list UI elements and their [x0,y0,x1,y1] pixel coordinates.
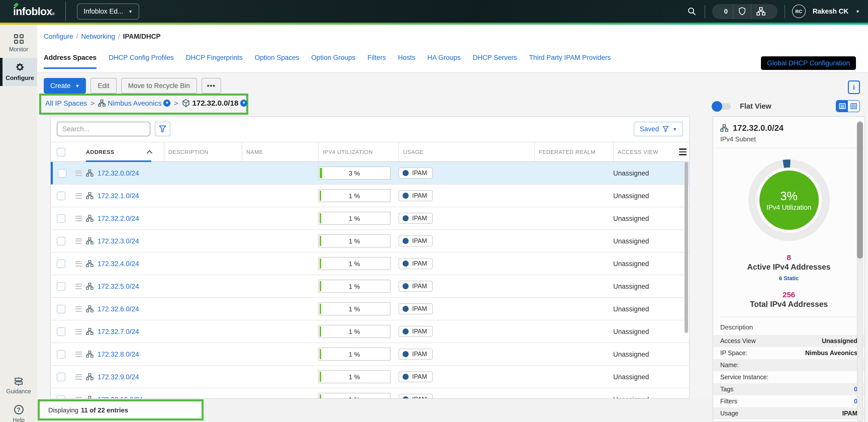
usage-badge: IPAM [399,371,433,382]
more-actions-button[interactable]: ••• [202,78,221,93]
tab-option-spaces[interactable]: Option Spaces [254,54,299,69]
access-view-cell: Unassigned [613,328,649,335]
tab-third-party-ipam-providers[interactable]: Third Party IPAM Providers [529,54,611,69]
table-row[interactable]: 172.32.2.0/241 %IPAMUnassigned [51,207,689,230]
product-switcher-dropdown[interactable]: Infoblox Ed...▼ [77,3,139,19]
table-row[interactable]: 172.32.4.0/241 %IPAMUnassigned [51,253,689,275]
move-to-recycle-bin-button[interactable]: Move to Recycle Bin [121,78,197,93]
table-row[interactable]: 172.32.0.0/243 %IPAMUnassigned [51,162,689,185]
address-link[interactable]: 172.32.1.0/24 [97,192,139,199]
address-link[interactable]: 172.32.5.0/24 [97,282,139,290]
table-row[interactable]: 172.32.9.0/241 %IPAMUnassigned [51,366,689,388]
flat-view-toggle[interactable] [713,103,731,109]
global-search-icon[interactable] [686,6,698,17]
row-checkbox[interactable] [58,169,66,177]
row-checkbox[interactable] [57,259,65,268]
address-link[interactable]: 172.32.4.0/24 [97,260,139,267]
column-header-federated-realm[interactable]: FEDERATED REALM [534,142,613,162]
tab-hosts[interactable]: Hosts [398,54,415,69]
drag-handle-icon[interactable] [75,306,82,312]
address-link[interactable]: 172.32.10.0/24 [97,396,143,399]
table-row[interactable]: 172.32.10.0/241 %IPAMUnassigned [51,388,689,399]
row-checkbox[interactable] [57,214,65,223]
drag-handle-icon[interactable] [75,238,82,244]
subnet-dropdown-icon[interactable]: ▼ [241,99,248,106]
column-settings-icon[interactable] [679,149,686,156]
grid-view-button[interactable] [848,101,860,112]
breadcrumb-networking[interactable]: Networking [81,33,115,40]
column-header-description[interactable]: DESCRIPTION [164,142,242,162]
tab-ha-groups[interactable]: HA Groups [428,54,461,69]
sidebar-item-guidance[interactable]: Guidance [0,373,37,397]
row-checkbox[interactable] [57,372,65,381]
create-button[interactable]: Create▼ [44,78,86,93]
edit-button[interactable]: Edit [91,78,117,93]
address-link[interactable]: 172.32.3.0/24 [97,237,139,245]
user-name[interactable]: Rakesh CK [813,7,849,15]
sidebar-item-help[interactable]: ? Help [0,402,37,422]
list-view-button[interactable] [836,101,848,112]
tab-address-spaces[interactable]: Address Spaces [44,54,96,69]
column-header-name[interactable]: NAME [242,142,318,162]
drag-handle-icon[interactable] [75,397,82,399]
ip-space-dropdown-icon[interactable]: ▼ [164,99,170,106]
notification-count[interactable]: 0 [719,4,733,19]
row-checkbox[interactable] [57,350,65,358]
table-row[interactable]: 172.32.8.0/241 %IPAMUnassigned [51,343,689,366]
select-all-checkbox[interactable] [57,148,65,156]
drag-handle-icon[interactable] [75,170,82,176]
drag-handle-icon[interactable] [75,329,82,334]
sidebar-item-monitor[interactable]: Monitor [0,31,37,55]
row-checkbox[interactable] [57,237,65,245]
info-icon[interactable]: i [848,81,860,94]
global-dhcp-configuration-button[interactable]: Global DHCP Configuration [761,56,856,70]
address-link[interactable]: 172.32.9.0/24 [97,373,139,381]
row-checkbox[interactable] [57,395,65,399]
column-header-address[interactable]: ADDRESS [86,142,164,162]
row-checkbox[interactable] [57,327,65,336]
drag-handle-icon[interactable] [75,216,82,221]
tab-dhcp-servers[interactable]: DHCP Servers [473,54,517,69]
all-ip-spaces-link[interactable]: All IP Spaces [45,99,87,107]
address-link[interactable]: 172.32.8.0/24 [97,350,139,358]
panel-scrollbar-thumb[interactable] [857,122,863,258]
user-menu-chevron-icon[interactable]: ▼ [856,9,860,14]
sitemap-icon[interactable] [751,4,771,19]
tab-dhcp-config-profiles[interactable]: DHCP Config Profiles [108,54,174,69]
saved-filters-button[interactable]: Saved ▼ [634,122,683,136]
address-link[interactable]: 172.32.7.0/24 [97,328,139,335]
column-header-ipv4-utilization[interactable]: IPV4 UTILIZATION [318,142,399,162]
shield-icon[interactable] [733,4,751,19]
sidebar-item-configure[interactable]: Configure [0,58,37,86]
drag-handle-icon[interactable] [75,374,82,379]
table-row[interactable]: 172.32.3.0/241 %IPAMUnassigned [51,230,689,253]
address-link[interactable]: 172.32.2.0/24 [97,215,139,222]
column-header-access-view[interactable]: ACCESS VIEW [613,142,676,162]
drag-handle-icon[interactable] [75,283,82,289]
breadcrumb-configure[interactable]: Configure [44,33,73,40]
row-checkbox[interactable] [57,282,65,290]
tab-dhcp-fingerprints[interactable]: DHCP Fingerprints [186,54,243,69]
access-view-cell: Unassigned [613,260,649,267]
table-row[interactable]: 172.32.1.0/241 %IPAMUnassigned [51,185,689,207]
static-addresses-link[interactable]: 6 Static [713,275,865,281]
address-link[interactable]: 172.32.0.0/24 [97,169,139,177]
table-row[interactable]: 172.32.7.0/241 %IPAMUnassigned [51,320,689,343]
ip-space-link[interactable]: Nimbus Aveonics [107,99,161,107]
ipam-dot-icon [403,215,409,221]
row-checkbox[interactable] [57,305,65,313]
tab-filters[interactable]: Filters [367,54,386,69]
column-header-usage[interactable]: USAGE [399,142,534,162]
table-scrollbar[interactable] [685,162,688,333]
drag-handle-icon[interactable] [75,193,82,198]
avatar[interactable]: RC [792,4,806,18]
table-row[interactable]: 172.32.6.0/241 %IPAMUnassigned [51,298,689,320]
search-input[interactable] [57,122,150,136]
tab-option-groups[interactable]: Option Groups [311,54,355,69]
address-link[interactable]: 172.32.6.0/24 [97,305,139,313]
filter-funnel-button[interactable] [155,122,170,136]
row-checkbox[interactable] [57,191,65,200]
drag-handle-icon[interactable] [75,351,82,357]
drag-handle-icon[interactable] [75,261,82,266]
table-row[interactable]: 172.32.5.0/241 %IPAMUnassigned [51,275,689,298]
